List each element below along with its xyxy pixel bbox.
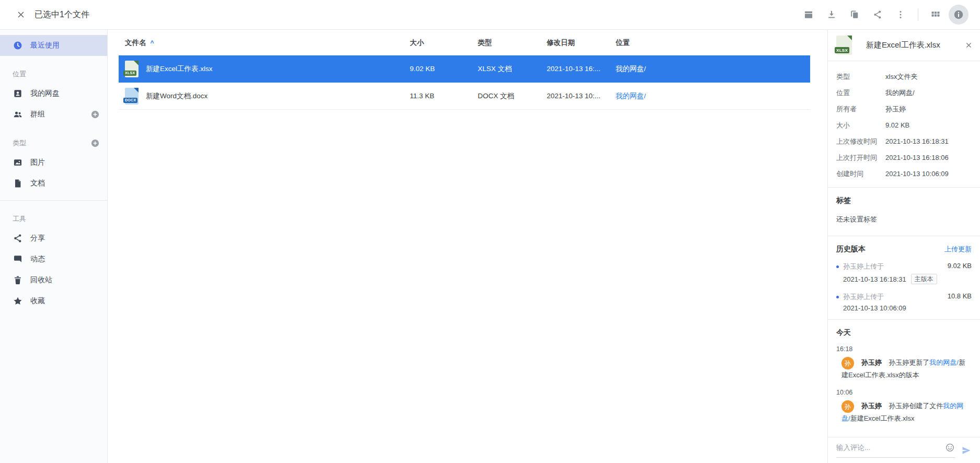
sidebar-item-label: 最近使用: [30, 41, 60, 50]
close-selection-icon[interactable]: [11, 5, 30, 24]
section-title: 位置: [13, 70, 26, 79]
sidebar-item-favorites[interactable]: 收藏: [0, 291, 107, 311]
send-icon[interactable]: [961, 445, 972, 456]
sidebar-item-images[interactable]: 图片: [0, 152, 107, 173]
file-name: 新建Word文档.docx: [146, 91, 207, 101]
sidebar-item-label: 动态: [30, 254, 45, 264]
detail-type: xlsx文件夹: [885, 68, 917, 85]
version-item: 孙玉婷上传于 10.8 KB 2021-10-13 10:06:09: [836, 292, 972, 312]
activity-time: 16:18: [836, 345, 972, 353]
table-header: 文件名 ^ 大小 类型 修改日期 位置: [119, 30, 810, 55]
detail-modified: 2021-10-13 16:18:31: [885, 133, 949, 149]
sidebar-item-share[interactable]: 分享: [0, 228, 107, 249]
activity-section: 今天 16:18 孙 孙玉婷 孙玉婷更新了我的网盘/新建Excel工作表.xls…: [828, 320, 980, 429]
star-icon: [13, 296, 23, 306]
sidebar-section-tools: 工具: [0, 212, 107, 226]
upload-update-link[interactable]: 上传更新: [944, 245, 972, 254]
comment-bar: [828, 437, 980, 463]
toolbar-divider: [918, 8, 918, 21]
xlsx-file-icon: XLSX: [125, 61, 139, 77]
sidebar: 最近使用 位置 我的网盘 群组 类型: [0, 30, 108, 463]
activity-day: 今天: [836, 328, 972, 338]
sidebar-item-trash[interactable]: 回收站: [0, 270, 107, 291]
column-header-size[interactable]: 大小: [410, 38, 478, 48]
details-panel: XLSX 新建Excel工作表.xlsx 类型xlsx文件夹 位置我的网盘/ 所…: [827, 30, 980, 463]
file-modified: 2021-10-13 16:...: [547, 65, 616, 73]
document-icon: [13, 178, 23, 189]
activity-user: 孙玉婷: [861, 402, 882, 410]
add-type-icon[interactable]: [90, 138, 100, 148]
table-row[interactable]: DOCX 新建Word文档.docx 11.3 KB DOCX 文档 2021-…: [119, 83, 810, 110]
sidebar-item-groups[interactable]: 群组: [0, 104, 107, 125]
sidebar-item-my-drive[interactable]: 我的网盘: [0, 83, 107, 104]
sidebar-item-activity[interactable]: 动态: [0, 249, 107, 270]
top-bar: 已选中1个文件: [0, 0, 980, 30]
sidebar-item-documents[interactable]: 文档: [0, 173, 107, 194]
file-type: DOCX 文档: [478, 91, 547, 101]
file-type: XLSX 文档: [478, 64, 547, 74]
sidebar-divider: [0, 200, 107, 201]
avatar: 孙: [841, 400, 854, 413]
file-name: 新建Excel工作表.xlsx: [146, 64, 213, 74]
more-vertical-icon[interactable]: [891, 5, 910, 25]
download-icon[interactable]: [822, 5, 841, 25]
tags-empty-text: 还未设置标签: [836, 215, 972, 224]
sidebar-item-label: 分享: [30, 234, 45, 243]
drive-link[interactable]: 我的网盘/: [929, 358, 959, 366]
xlsx-file-icon: XLSX: [836, 36, 852, 55]
sidebar-section-types: 类型: [0, 136, 107, 150]
chat-icon: [13, 254, 23, 264]
file-modified: 2021-10-13 10:...: [547, 92, 616, 100]
detail-size: 9.02 KB: [885, 117, 909, 133]
info-icon[interactable]: [949, 5, 969, 25]
add-group-icon[interactable]: [90, 110, 100, 119]
file-details: 类型xlsx文件夹 位置我的网盘/ 所有者孙玉婷 大小9.02 KB 上次修改时…: [828, 61, 980, 187]
activity-time: 10:06: [836, 389, 972, 396]
column-header-type[interactable]: 类型: [478, 38, 547, 48]
grid-view-icon[interactable]: [926, 5, 946, 25]
groups-icon: [13, 109, 23, 120]
activity-user: 孙玉婷: [861, 358, 882, 366]
avatar: 孙: [841, 357, 854, 369]
sidebar-item-label: 我的网盘: [30, 89, 60, 98]
activity-entry: 孙 孙玉婷 孙玉婷更新了我的网盘/新建Excel工作表.xlsx的版本: [836, 357, 972, 381]
sort-asc-icon: ^: [151, 39, 154, 47]
copy-icon[interactable]: [845, 5, 864, 25]
detail-location: 我的网盘/: [885, 85, 915, 101]
folder-icon[interactable]: [799, 5, 818, 25]
section-title: 类型: [13, 138, 26, 148]
column-header-modified[interactable]: 修改日期: [547, 38, 616, 48]
column-header-name[interactable]: 文件名 ^: [125, 38, 410, 48]
clock-icon: [13, 40, 23, 51]
detail-opened: 2021-10-13 16:18:06: [885, 149, 949, 166]
share-icon[interactable]: [868, 5, 887, 25]
location-link[interactable]: 我的网盘/: [616, 92, 646, 100]
file-size: 11.3 KB: [410, 92, 478, 100]
my-drive-icon: [13, 88, 23, 99]
history-section: 历史版本 上传更新 孙玉婷上传于 9.02 KB 2021-10-13 16:1…: [828, 236, 980, 319]
share-icon: [13, 233, 23, 244]
table-row[interactable]: XLSX 新建Excel工作表.xlsx 9.02 KB XLSX 文档 202…: [119, 55, 810, 83]
trash-icon: [13, 275, 23, 285]
version-item: 孙玉婷上传于 9.02 KB 2021-10-13 16:18:31 主版本: [836, 262, 972, 284]
panel-file-name: 新建Excel工作表.xlsx: [866, 40, 965, 50]
location-link[interactable]: 我的网盘/: [616, 65, 646, 73]
detail-owner: 孙玉婷: [885, 101, 906, 117]
sidebar-item-label: 回收站: [30, 275, 52, 285]
image-icon: [13, 157, 23, 168]
comment-input[interactable]: [836, 444, 941, 452]
file-size: 9.02 KB: [410, 65, 478, 73]
sidebar-item-label: 图片: [30, 158, 45, 167]
emoji-icon[interactable]: [945, 443, 955, 453]
close-panel-icon[interactable]: [965, 41, 973, 49]
file-list: 文件名 ^ 大小 类型 修改日期 位置 XLSX 新建Excel工作表.xlsx…: [108, 30, 827, 463]
tags-section: 标签 还未设置标签: [828, 188, 980, 236]
sidebar-item-label: 群组: [30, 110, 45, 119]
column-header-location[interactable]: 位置: [616, 38, 810, 48]
detail-created: 2021-10-13 10:06:09: [885, 166, 949, 182]
section-title: 工具: [13, 214, 26, 224]
sidebar-item-recent[interactable]: 最近使用: [0, 35, 107, 56]
selection-title: 已选中1个文件: [34, 9, 89, 20]
docx-file-icon: DOCX: [125, 88, 139, 105]
history-title: 历史版本: [836, 245, 866, 254]
